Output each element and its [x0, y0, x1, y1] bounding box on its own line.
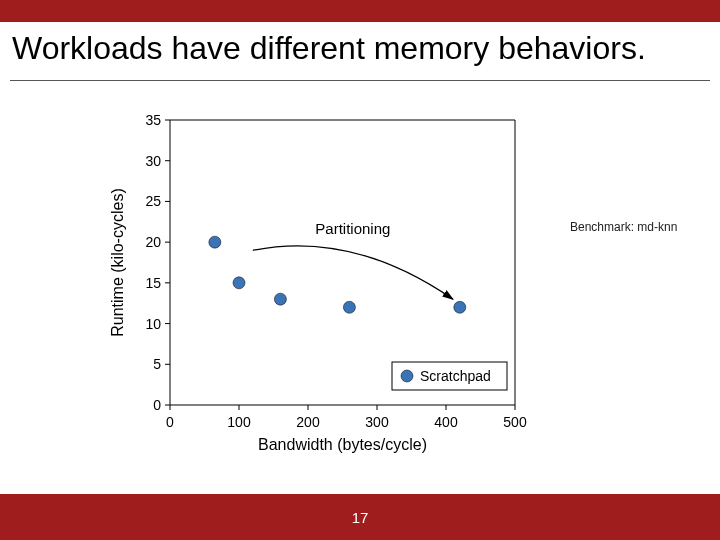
svg-text:30: 30 [145, 153, 161, 169]
slide-top-accent [0, 0, 720, 22]
svg-point-38 [343, 301, 355, 313]
title-underline [10, 80, 710, 81]
svg-text:35: 35 [145, 112, 161, 128]
svg-text:200: 200 [296, 414, 320, 430]
slide-title: Workloads have different memory behavior… [12, 30, 646, 67]
svg-point-37 [274, 293, 286, 305]
scatter-chart: 051015202530350100200300400500Bandwidth … [105, 105, 535, 485]
svg-text:300: 300 [365, 414, 389, 430]
svg-text:Partitioning: Partitioning [315, 220, 390, 237]
svg-text:Bandwidth (bytes/cycle): Bandwidth (bytes/cycle) [258, 436, 427, 453]
svg-point-35 [209, 236, 221, 248]
benchmark-note: Benchmark: md-knn [570, 220, 677, 234]
svg-point-39 [454, 301, 466, 313]
svg-text:10: 10 [145, 316, 161, 332]
svg-text:400: 400 [434, 414, 458, 430]
svg-text:0: 0 [166, 414, 174, 430]
svg-text:Scratchpad: Scratchpad [420, 368, 491, 384]
svg-text:500: 500 [503, 414, 527, 430]
svg-text:25: 25 [145, 193, 161, 209]
svg-text:20: 20 [145, 234, 161, 250]
svg-text:15: 15 [145, 275, 161, 291]
svg-text:0: 0 [153, 397, 161, 413]
svg-point-41 [401, 370, 413, 382]
svg-text:100: 100 [227, 414, 251, 430]
svg-text:5: 5 [153, 356, 161, 372]
slide-page-number: 17 [0, 494, 720, 540]
svg-point-36 [233, 277, 245, 289]
svg-text:Runtime (kilo-cycles): Runtime (kilo-cycles) [109, 188, 126, 336]
